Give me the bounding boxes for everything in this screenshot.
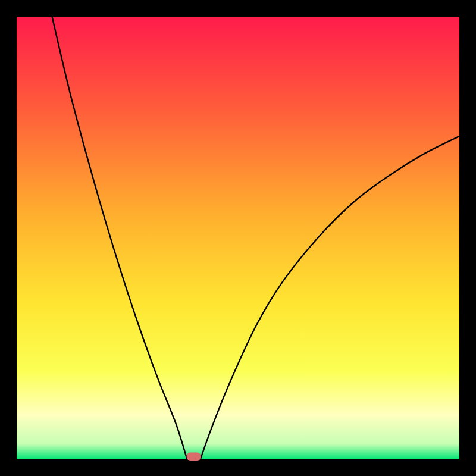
bottleneck-marker [187,453,201,461]
chart-canvas: TheBottleneck.com [0,0,476,476]
bottleneck-chart [0,0,476,476]
plot-area [17,17,459,459]
